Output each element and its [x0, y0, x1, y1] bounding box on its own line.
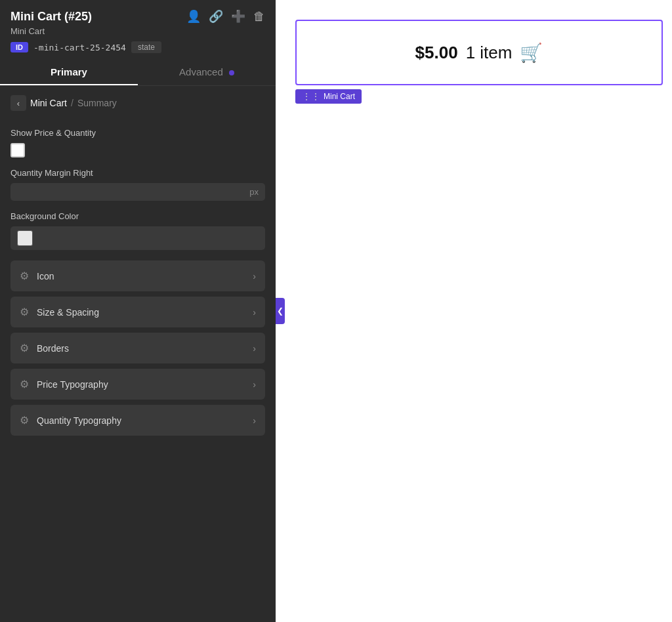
left-panel: Mini Cart (#25) 👤 🔗 ➕ 🗑 Mini Cart ID -mi… [0, 0, 276, 622]
price-typography-chevron-right: › [253, 379, 256, 390]
quantity-margin-unit: px [249, 187, 259, 197]
show-price-quantity-wrapper [10, 143, 265, 157]
quantity-typography-chevron-right: › [253, 415, 256, 426]
icon-gear-icon: ⚙ [20, 270, 29, 282]
borders-gear-icon: ⚙ [20, 342, 29, 354]
id-badge: ID [10, 42, 28, 52]
collapse-arrow-icon: ❮ [277, 306, 284, 316]
preview-content: $5.00 1 item 🛒 [415, 42, 543, 64]
show-price-quantity-checkbox[interactable] [10, 143, 25, 157]
person-icon[interactable]: 👤 [186, 9, 201, 24]
breadcrumb-current: Summary [77, 98, 117, 108]
panel-header: Mini Cart (#25) 👤 🔗 ➕ 🗑 Mini Cart ID -mi… [0, 0, 276, 58]
preview-box: $5.00 1 item 🛒 [295, 20, 663, 85]
breadcrumb: ‹ Mini Cart / Summary [0, 86, 276, 117]
background-color-field [10, 226, 265, 250]
quantity-margin-right-input[interactable] [17, 187, 249, 197]
preview-price: $5.00 [415, 43, 458, 63]
background-color-swatch[interactable] [17, 230, 33, 246]
breadcrumb-root[interactable]: Mini Cart [30, 98, 67, 108]
breadcrumb-separator: / [71, 98, 74, 108]
icon-chevron-right: › [253, 271, 256, 281]
tab-advanced[interactable]: Advanced [138, 58, 276, 85]
panel-subtitle: Mini Cart [10, 26, 265, 36]
quantity-margin-right-field: px [10, 183, 265, 201]
quantity-margin-right-label: Quantity Margin Right [10, 168, 265, 178]
state-badge[interactable]: state [131, 41, 161, 53]
size-spacing-chevron-right: › [253, 307, 256, 318]
menu-item-quantity-typography[interactable]: ⚙ Quantity Typography › [10, 405, 265, 436]
show-price-quantity-label: Show Price & Quantity [10, 128, 265, 138]
right-panel: $5.00 1 item 🛒 ⋮⋮ Mini Cart [276, 0, 672, 622]
size-spacing-gear-icon: ⚙ [20, 306, 29, 318]
add-icon[interactable]: ➕ [231, 9, 245, 24]
menu-item-price-typography[interactable]: ⚙ Price Typography › [10, 369, 265, 400]
background-color-label: Background Color [10, 211, 265, 221]
quantity-typography-gear-icon: ⚙ [20, 414, 29, 426]
id-value: -mini-cart-25-2454 [33, 43, 126, 52]
breadcrumb-back-button[interactable]: ‹ [10, 95, 26, 111]
tab-primary[interactable]: Primary [0, 58, 138, 85]
mini-cart-drag-icon: ⋮⋮ [302, 91, 320, 102]
id-row: ID -mini-cart-25-2454 state [10, 41, 265, 53]
borders-chevron-right: › [253, 343, 256, 354]
tab-advanced-dot [229, 70, 234, 75]
header-actions: 👤 🔗 ➕ 🗑 [186, 9, 265, 24]
menu-items-list: ⚙ Icon › ⚙ Size & Spacing › ⚙ Borders › [10, 260, 265, 436]
tabs-bar: Primary Advanced [0, 58, 276, 86]
link-icon[interactable]: 🔗 [209, 9, 223, 24]
preview-quantity: 1 item [466, 43, 513, 63]
collapse-panel-button[interactable]: ❮ [276, 298, 285, 324]
panel-content: Show Price & Quantity Quantity Margin Ri… [0, 117, 276, 622]
panel-title: Mini Cart (#25) [10, 10, 92, 24]
menu-item-borders[interactable]: ⚙ Borders › [10, 333, 265, 363]
menu-item-icon[interactable]: ⚙ Icon › [10, 260, 265, 291]
mini-cart-label-tag: ⋮⋮ Mini Cart [295, 89, 362, 104]
menu-item-size-spacing[interactable]: ⚙ Size & Spacing › [10, 297, 265, 327]
trash-icon[interactable]: 🗑 [253, 10, 265, 24]
price-typography-gear-icon: ⚙ [20, 378, 29, 390]
chevron-left-icon: ‹ [17, 98, 20, 108]
cart-icon: 🛒 [520, 42, 543, 64]
